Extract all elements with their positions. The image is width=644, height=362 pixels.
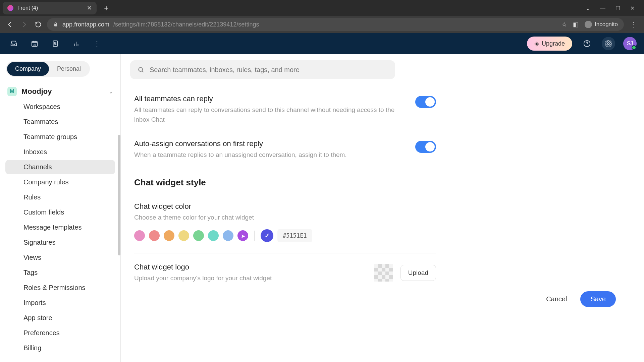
color-desc: Choose a theme color for your chat widge… xyxy=(134,213,399,223)
svg-point-6 xyxy=(607,43,609,45)
extension-icon[interactable]: ◧ xyxy=(573,21,579,28)
diamond-icon: ◈ xyxy=(534,40,539,47)
hex-input[interactable]: #5151E1 xyxy=(277,229,312,242)
sidebar-item-preferences[interactable]: Preferences xyxy=(5,326,115,340)
color-swatch[interactable] xyxy=(164,230,174,241)
svg-text:31: 31 xyxy=(33,43,36,46)
sidebar-item-views[interactable]: Views xyxy=(5,250,115,265)
svg-point-7 xyxy=(139,67,143,71)
analytics-icon[interactable] xyxy=(70,37,83,50)
upgrade-label: Upgrade xyxy=(542,40,565,47)
divider xyxy=(254,231,255,241)
color-swatch[interactable] xyxy=(193,230,204,241)
sidebar-item-imports[interactable]: Imports xyxy=(5,296,115,310)
app-header: 31 ⋮ ◈ Upgrade SJ xyxy=(0,33,644,54)
setting-all-reply-desc: All teammates can reply to conversations… xyxy=(134,105,399,124)
search-icon xyxy=(138,66,144,73)
scope-personal[interactable]: Personal xyxy=(49,62,89,76)
url-field[interactable]: app.frontapp.com/settings/tim:7858132/ch… xyxy=(47,18,624,31)
setting-all-reply-title: All teammates can reply xyxy=(134,95,409,103)
forward-button xyxy=(19,19,30,30)
cancel-button[interactable]: Cancel xyxy=(539,291,574,307)
sidebar-item-inboxes[interactable]: Inboxes xyxy=(5,145,115,159)
close-window-icon[interactable]: ✕ xyxy=(630,5,635,11)
maximize-icon[interactable]: ☐ xyxy=(615,5,620,11)
color-swatch[interactable] xyxy=(134,230,145,241)
logo-desc: Upload your company's logo for your chat… xyxy=(134,274,374,283)
color-title: Chat widget color xyxy=(134,202,631,211)
upload-button[interactable]: Upload xyxy=(400,265,436,281)
cursor-icon: ➤ xyxy=(241,233,245,239)
sidebar-item-custom-fields[interactable]: Custom fields xyxy=(5,205,115,220)
workspace-name: Moodjoy xyxy=(21,87,104,96)
sidebar-item-app-store[interactable]: App store xyxy=(5,311,115,325)
svg-rect-0 xyxy=(54,24,57,26)
calendar-icon[interactable]: 31 xyxy=(28,37,41,50)
main-content: All teammates can reply All teammates ca… xyxy=(121,54,644,362)
help-button[interactable] xyxy=(580,37,594,50)
section-chat-style: Chat widget style xyxy=(134,167,436,194)
toggle-all-reply[interactable] xyxy=(415,96,436,108)
reload-button[interactable] xyxy=(33,19,44,30)
front-favicon-icon xyxy=(7,5,13,11)
sidebar-item-signatures[interactable]: Signatures xyxy=(5,235,115,250)
color-swatch[interactable] xyxy=(208,230,219,241)
url-path: /settings/tim:7858132/channels/edit/2213… xyxy=(113,21,259,28)
scope-company[interactable]: Company xyxy=(7,62,49,76)
sidebar-item-teammate-groups[interactable]: Teammate groups xyxy=(5,130,115,144)
browser-tab[interactable]: Front (4) ✕ xyxy=(3,2,97,14)
workspace-selector[interactable]: M Moodjoy ⌄ xyxy=(4,84,116,99)
color-swatch[interactable] xyxy=(223,230,233,241)
sidebar-item-roles-permissions[interactable]: Roles & Permissions xyxy=(5,281,115,295)
save-button[interactable]: Save xyxy=(580,291,616,307)
contacts-icon[interactable] xyxy=(49,37,62,50)
browser-menu-icon[interactable]: ⋮ xyxy=(627,20,639,28)
toggle-auto-assign[interactable] xyxy=(415,141,436,153)
setting-auto-assign-desc: When a teammate replies to an unassigned… xyxy=(134,150,399,160)
incognito-icon xyxy=(585,21,592,28)
logo-placeholder xyxy=(374,264,393,282)
star-icon[interactable]: ☆ xyxy=(561,21,567,28)
svg-point-4 xyxy=(55,42,56,44)
search-input[interactable] xyxy=(150,66,388,74)
chevron-down-icon[interactable]: ⌄ xyxy=(586,5,590,11)
logo-title: Chat widget logo xyxy=(134,263,374,272)
color-swatch-selected[interactable] xyxy=(261,229,273,242)
sidebar-item-workspaces[interactable]: Workspaces xyxy=(5,100,115,114)
inbox-icon[interactable] xyxy=(7,37,20,50)
settings-button[interactable] xyxy=(602,37,615,50)
more-icon[interactable]: ⋮ xyxy=(91,37,103,50)
color-swatch[interactable] xyxy=(178,230,189,241)
avatar[interactable]: SJ xyxy=(623,37,637,50)
upgrade-button[interactable]: ◈ Upgrade xyxy=(527,37,572,51)
sidebar-item-billing[interactable]: Billing xyxy=(5,341,115,355)
url-host: app.frontapp.com xyxy=(62,21,109,28)
scope-switch: Company Personal xyxy=(6,61,90,77)
minimize-icon[interactable]: ― xyxy=(600,5,605,11)
sidebar-item-tags[interactable]: Tags xyxy=(5,265,115,280)
address-bar: app.frontapp.com/settings/tim:7858132/ch… xyxy=(0,16,644,33)
sidebar: Company Personal M Moodjoy ⌄ WorkspacesT… xyxy=(0,54,121,362)
search-box[interactable] xyxy=(130,60,395,79)
setting-auto-assign-title: Auto-assign conversations on first reply xyxy=(134,139,409,148)
sidebar-item-rules[interactable]: Rules xyxy=(5,190,115,204)
sidebar-item-teammates[interactable]: Teammates xyxy=(5,115,115,129)
browser-tab-bar: Front (4) ✕ ＋ ⌄ ― ☐ ✕ xyxy=(0,0,644,16)
incognito-badge: Incognito xyxy=(585,21,618,28)
sidebar-item-message-templates[interactable]: Message templates xyxy=(5,220,115,235)
back-button[interactable] xyxy=(5,19,15,30)
chevron-down-icon: ⌄ xyxy=(109,88,113,95)
sidebar-item-company-rules[interactable]: Company rules xyxy=(5,175,115,189)
close-tab-icon[interactable]: ✕ xyxy=(87,4,92,12)
color-swatch[interactable] xyxy=(149,230,160,241)
sidebar-item-channels[interactable]: Channels xyxy=(5,160,115,174)
incognito-label: Incognito xyxy=(595,21,618,28)
avatar-initials: SJ xyxy=(627,41,633,47)
tab-title: Front (4) xyxy=(17,5,80,11)
workspace-badge: M xyxy=(7,87,17,96)
new-tab-button[interactable]: ＋ xyxy=(97,3,116,13)
color-swatch[interactable]: ➤ xyxy=(237,230,248,241)
